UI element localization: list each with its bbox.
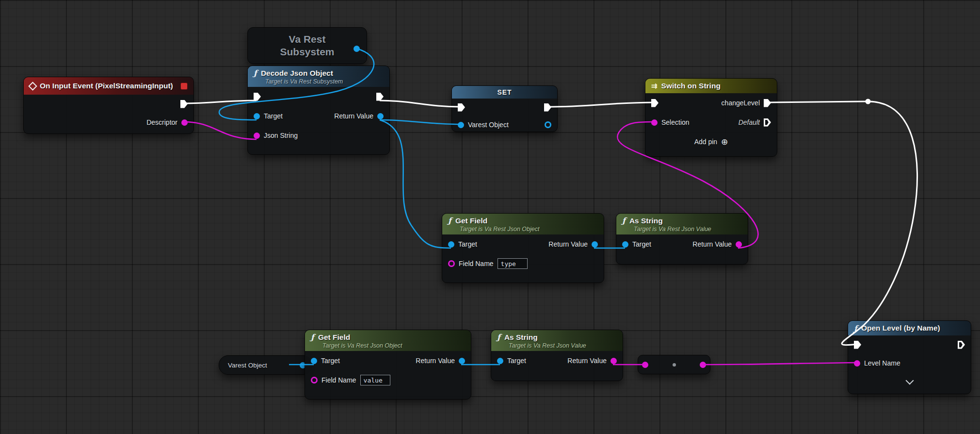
node-title: Decode Json Object bbox=[261, 69, 333, 78]
wire-exec-switch-to-openlevel bbox=[767, 101, 917, 345]
node-header[interactable]: ƒ Open Level (by Name) bbox=[848, 321, 971, 335]
add-pin-label: Add pin bbox=[694, 138, 717, 146]
subsystem-output-pin[interactable] bbox=[353, 46, 360, 52]
node-title: SET bbox=[497, 88, 512, 96]
node-header[interactable]: SET bbox=[452, 86, 557, 99]
exec-out-pin[interactable] bbox=[180, 100, 188, 108]
selection-pin-label: Selection bbox=[661, 118, 690, 126]
node-varest-object-get[interactable]: Varest Object bbox=[219, 355, 312, 375]
node-header[interactable]: ƒ Get Field Target is Va Rest Json Objec… bbox=[305, 330, 471, 351]
node-subtitle: Target is Va Rest Subsystem bbox=[265, 78, 384, 85]
exec-out-pin[interactable] bbox=[544, 103, 551, 112]
exec-in-pin[interactable] bbox=[854, 341, 861, 349]
field-name-pin[interactable] bbox=[311, 377, 318, 384]
node-header[interactable]: ƒ Get Field Target is Va Rest Json Objec… bbox=[442, 214, 604, 234]
changelevel-pin-label: changeLevel bbox=[722, 99, 760, 107]
return-value-pin-label: Return Value bbox=[548, 240, 588, 248]
pin-row bbox=[452, 99, 557, 116]
return-value-pin-label: Return Value bbox=[416, 357, 455, 365]
function-icon: ƒ bbox=[622, 216, 626, 225]
exec-in-pin[interactable] bbox=[254, 93, 261, 101]
reroute-input-pin[interactable] bbox=[642, 362, 648, 368]
node-as-string-top[interactable]: ƒ As String Target is Va Rest Json Value… bbox=[616, 213, 748, 265]
blueprint-graph-canvas[interactable]: On Input Event (PixelStreamingInput) Des… bbox=[0, 0, 980, 434]
return-value-pin[interactable] bbox=[592, 241, 598, 248]
node-header[interactable]: ƒ As String Target is Va Rest Json Value bbox=[491, 330, 623, 351]
return-value-pin[interactable] bbox=[610, 358, 617, 364]
pin-row: Target Return Value bbox=[305, 351, 471, 370]
target-pin[interactable] bbox=[254, 113, 260, 119]
function-icon: ƒ bbox=[254, 68, 257, 78]
wire-reroute-dot[interactable] bbox=[866, 99, 871, 104]
default-pin-label: Default bbox=[739, 118, 760, 126]
node-header[interactable]: On Input Event (PixelStreamingInput) bbox=[24, 77, 193, 95]
wire-returnvalue-to-getfield-target bbox=[380, 120, 451, 248]
target-pin[interactable] bbox=[622, 241, 628, 248]
node-on-input-event[interactable]: On Input Event (PixelStreamingInput) Des… bbox=[23, 77, 194, 134]
level-name-pin[interactable] bbox=[854, 360, 860, 367]
node-title: Get Field bbox=[455, 217, 487, 225]
add-pin-icon[interactable]: ⊕ bbox=[721, 138, 728, 146]
field-name-input[interactable] bbox=[360, 375, 390, 385]
node-subtitle: Target is Va Rest Json Object bbox=[460, 226, 598, 233]
chevron-down-icon[interactable] bbox=[905, 376, 914, 384]
node-header[interactable]: ⇉ Switch on String bbox=[645, 79, 777, 93]
pin-row: Target Return Value bbox=[616, 234, 748, 254]
node-header[interactable]: ƒ As String Target is Va Rest Json Value bbox=[616, 214, 748, 234]
pin-row bbox=[24, 95, 193, 113]
node-switch-on-string[interactable]: ⇉ Switch on String changeLevel Selection… bbox=[645, 78, 777, 157]
return-value-pin[interactable] bbox=[459, 358, 465, 364]
exec-in-pin[interactable] bbox=[458, 103, 465, 112]
return-value-pin[interactable] bbox=[377, 113, 384, 119]
descriptor-pin-label: Descriptor bbox=[146, 118, 177, 126]
reroute-node[interactable] bbox=[638, 355, 710, 374]
field-name-pin-label: Field Name bbox=[321, 376, 356, 384]
pin-row: Descriptor bbox=[24, 113, 193, 132]
node-subtitle: Target is Va Rest Json Value bbox=[509, 342, 617, 349]
field-name-pin-label: Field Name bbox=[459, 260, 494, 267]
return-value-pin-label: Return Value bbox=[567, 357, 607, 365]
node-get-field-bottom[interactable]: ƒ Get Field Target is Va Rest Json Objec… bbox=[305, 330, 471, 400]
target-pin-label: Target bbox=[507, 357, 526, 365]
json-string-pin-label: Json String bbox=[264, 132, 298, 139]
reroute-output-pin[interactable] bbox=[700, 362, 706, 368]
target-pin[interactable] bbox=[448, 241, 454, 248]
json-string-pin[interactable] bbox=[254, 133, 260, 139]
pin-row bbox=[848, 335, 971, 354]
descriptor-pin[interactable] bbox=[181, 119, 188, 126]
field-name-pin[interactable] bbox=[448, 260, 455, 267]
node-open-level[interactable]: ƒ Open Level (by Name) Level Name bbox=[848, 320, 971, 394]
exec-out-pin[interactable] bbox=[376, 93, 384, 101]
node-get-field-top[interactable]: ƒ Get Field Target is Va Rest Json Objec… bbox=[442, 213, 604, 283]
return-value-pin-label: Return Value bbox=[334, 112, 373, 120]
node-as-string-bottom[interactable]: ƒ As String Target is Va Rest Json Value… bbox=[491, 330, 623, 381]
varest-object-pin[interactable] bbox=[458, 122, 464, 128]
selection-pin[interactable] bbox=[651, 119, 658, 126]
node-decode-json-object[interactable]: ƒ Decode Json Object Target is Va Rest S… bbox=[247, 66, 390, 155]
target-pin[interactable] bbox=[311, 358, 317, 364]
exec-in-pin[interactable] bbox=[651, 99, 659, 107]
exec-out-pin[interactable] bbox=[958, 341, 965, 349]
field-name-input[interactable] bbox=[498, 258, 528, 269]
node-subtitle: Target is Va Rest Json Value bbox=[634, 226, 742, 233]
red-status-badge-icon bbox=[180, 83, 188, 90]
varest-object-pin-label: Varest Object bbox=[468, 121, 509, 129]
function-icon: ƒ bbox=[311, 333, 314, 342]
pin-row: Field Name bbox=[305, 370, 471, 390]
node-title: Open Level (by Name) bbox=[861, 324, 940, 333]
node-set-varest-object[interactable]: SET Varest Object bbox=[451, 85, 558, 132]
target-pin-label: Target bbox=[458, 240, 477, 248]
node-header[interactable]: ƒ Decode Json Object Target is Va Rest S… bbox=[248, 66, 389, 87]
set-output-pin[interactable] bbox=[545, 121, 551, 128]
target-pin-label: Target bbox=[632, 240, 651, 248]
return-value-pin[interactable] bbox=[736, 241, 742, 248]
node-subtitle: Target is Va Rest Json Object bbox=[322, 342, 465, 349]
node-title: Get Field bbox=[318, 333, 350, 342]
variable-label: Varest Object bbox=[228, 362, 267, 369]
default-exec-out-pin[interactable] bbox=[764, 118, 771, 127]
node-va-rest-subsystem[interactable]: Va Rest Subsystem bbox=[247, 27, 367, 64]
target-pin[interactable] bbox=[497, 358, 503, 364]
pin-row: Selection Default bbox=[645, 113, 777, 132]
changelevel-exec-out-pin[interactable] bbox=[764, 99, 771, 107]
reroute-center-dot-icon bbox=[673, 363, 676, 367]
